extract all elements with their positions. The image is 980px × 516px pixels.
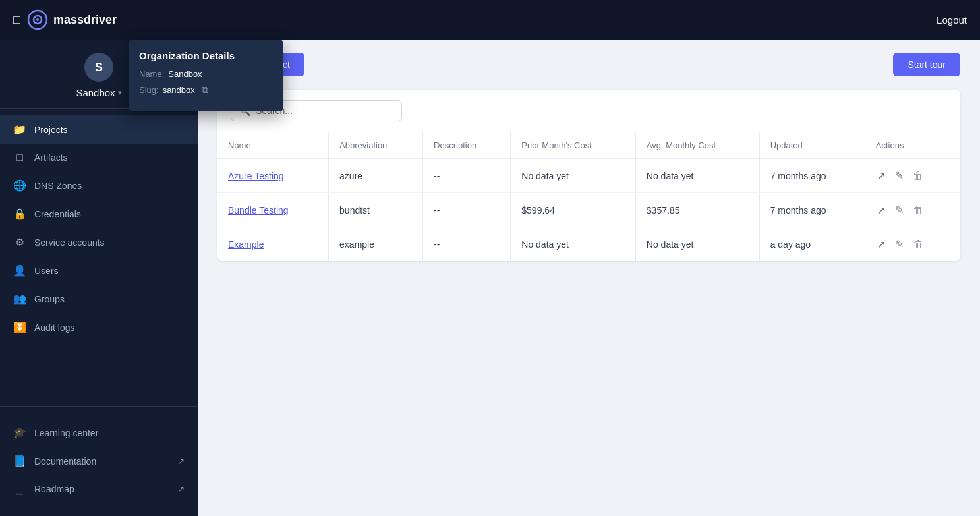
edit-button[interactable]: ✎: [894, 168, 905, 183]
open-button[interactable]: ➚: [876, 202, 887, 217]
globe-icon: 🌐: [13, 179, 26, 192]
cell-avg-cost: No data yet: [635, 227, 759, 262]
delete-button[interactable]: 🗑: [911, 237, 925, 252]
sidebar-item-label: Projects: [34, 125, 68, 135]
cell-avg-cost: $357.85: [635, 193, 759, 227]
projects-table-card: 🔍 Name Abbreviation Description Prior Mo…: [217, 90, 960, 261]
cell-updated: 7 months ago: [759, 193, 865, 227]
sidebar-item-credentials[interactable]: 🔒 Credentials: [0, 200, 198, 228]
sidebar-item-artifacts[interactable]: □ Artifacts: [0, 144, 198, 171]
sidebar-toggle[interactable]: □: [13, 13, 20, 27]
org-dropdown-title: Organization Details: [139, 50, 273, 61]
activity-icon: ⏬: [13, 321, 26, 333]
topbar-left: □ massdriver: [13, 9, 117, 30]
sidebar-bottom: 🎓 Learning center 📘 Documentation ↗ ⎯ Ro…: [0, 412, 198, 516]
edit-button[interactable]: ✎: [894, 237, 905, 252]
org-name-button[interactable]: Sandbox ▾: [76, 87, 121, 98]
col-avg-cost: Avg. Monthly Cost: [635, 132, 759, 159]
settings-icon: ⚙: [13, 236, 26, 248]
sidebar-item-label: Audit logs: [34, 322, 74, 333]
cell-abbreviation: bundtst: [329, 193, 423, 227]
cell-prior-cost: $599.64: [511, 193, 636, 227]
project-link[interactable]: Bundle Testing: [228, 205, 289, 215]
sidebar-item-label: Groups: [34, 294, 65, 304]
actions-wrap: ➚ ✎ 🗑: [876, 168, 950, 183]
delete-button[interactable]: 🗑: [911, 169, 925, 183]
org-name-row: Name: Sandbox: [139, 69, 273, 79]
main-header: Create project Start tour: [198, 40, 980, 90]
org-avatar: S: [84, 53, 113, 82]
actions-wrap: ➚ ✎ 🗑: [876, 237, 950, 252]
logo-text: massdriver: [53, 13, 117, 27]
sidebar-nav: 📁 Projects □ Artifacts 🌐 DNS Zones 🔒 Cre…: [0, 109, 198, 401]
table-header: Name Abbreviation Description Prior Mont…: [217, 132, 960, 159]
sidebar-item-users[interactable]: 👤 Users: [0, 256, 198, 285]
cell-description: --: [423, 227, 511, 262]
slug-value: sandbox: [163, 85, 195, 95]
sidebar-item-learning-center[interactable]: 🎓 Learning center: [0, 418, 198, 447]
sidebar-item-service-accounts[interactable]: ⚙ Service accounts: [0, 228, 198, 256]
cell-updated: a day ago: [759, 227, 865, 262]
sidebar-item-projects[interactable]: 📁 Projects: [0, 115, 198, 144]
sidebar-item-roadmap[interactable]: ⎯ Roadmap ↗: [0, 475, 198, 503]
col-name: Name: [217, 132, 329, 159]
sidebar-item-label: DNS Zones: [34, 181, 82, 191]
sidebar-item-label: Documentation: [34, 456, 96, 467]
cell-description: --: [423, 159, 511, 193]
logo: massdriver: [27, 9, 117, 30]
cell-actions: ➚ ✎ 🗑: [865, 227, 960, 262]
main-content: Create project Start tour 🔍 Name Abbrevi…: [198, 40, 980, 516]
start-tour-button[interactable]: Start tour: [893, 53, 960, 76]
project-link[interactable]: Azure Testing: [228, 171, 284, 181]
sidebar-item-label: Roadmap: [34, 484, 74, 494]
box-icon: □: [13, 152, 26, 163]
copy-slug-button[interactable]: ⧉: [202, 84, 208, 96]
cell-updated: 7 months ago: [759, 159, 865, 193]
table-row: Azure Testing azure -- No data yet No da…: [217, 159, 960, 193]
table-body: Azure Testing azure -- No data yet No da…: [217, 159, 960, 262]
org-dropdown: Organization Details Name: Sandbox Slug:…: [129, 40, 283, 111]
svg-point-2: [36, 18, 39, 21]
sidebar-item-documentation[interactable]: 📘 Documentation ↗: [0, 447, 198, 475]
sidebar-item-label: Artifacts: [34, 152, 68, 163]
external-link-icon: ↗: [178, 457, 185, 466]
org-slug-row: Slug: sandbox ⧉: [139, 84, 273, 96]
project-link[interactable]: Example: [228, 239, 264, 250]
cell-name: Bundle Testing: [217, 193, 329, 227]
cell-prior-cost: No data yet: [511, 159, 636, 193]
delete-button[interactable]: 🗑: [911, 203, 925, 217]
lock-icon: 🔒: [13, 208, 26, 220]
projects-table: Name Abbreviation Description Prior Mont…: [217, 132, 960, 261]
sidebar-divider: [0, 406, 198, 407]
col-updated: Updated: [759, 132, 865, 159]
col-description: Description: [423, 132, 511, 159]
sidebar-item-groups[interactable]: 👥 Groups: [0, 285, 198, 313]
folder-icon: 📁: [13, 123, 26, 136]
sidebar-item-dns-zones[interactable]: 🌐 DNS Zones: [0, 171, 198, 200]
cell-actions: ➚ ✎ 🗑: [865, 159, 960, 193]
table-search-area: 🔍: [217, 90, 960, 132]
cell-actions: ➚ ✎ 🗑: [865, 193, 960, 227]
open-button[interactable]: ➚: [876, 168, 887, 183]
chevron-down-icon: ▾: [118, 88, 122, 97]
sidebar-item-label: Service accounts: [34, 237, 105, 248]
slug-label: Slug:: [139, 85, 159, 95]
table-row: Bundle Testing bundtst -- $599.64 $357.8…: [217, 193, 960, 227]
sidebar-item-label: Learning center: [34, 428, 98, 438]
open-button[interactable]: ➚: [876, 237, 887, 252]
sidebar-item-label: Users: [34, 266, 59, 276]
logout-button[interactable]: Logout: [937, 14, 967, 26]
name-label: Name:: [139, 69, 164, 79]
actions-wrap: ➚ ✎ 🗑: [876, 202, 950, 217]
users-icon: 👥: [13, 293, 26, 305]
cell-description: --: [423, 193, 511, 227]
roadmap-icon: ⎯: [13, 483, 26, 495]
col-prior-cost: Prior Month's Cost: [511, 132, 636, 159]
logo-icon: [27, 9, 48, 30]
sidebar-item-audit-logs[interactable]: ⏬ Audit logs: [0, 313, 198, 341]
col-abbreviation: Abbreviation: [329, 132, 423, 159]
cell-avg-cost: No data yet: [635, 159, 759, 193]
edit-button[interactable]: ✎: [894, 202, 905, 217]
graduation-icon: 🎓: [13, 426, 26, 439]
user-icon: 👤: [13, 264, 26, 277]
